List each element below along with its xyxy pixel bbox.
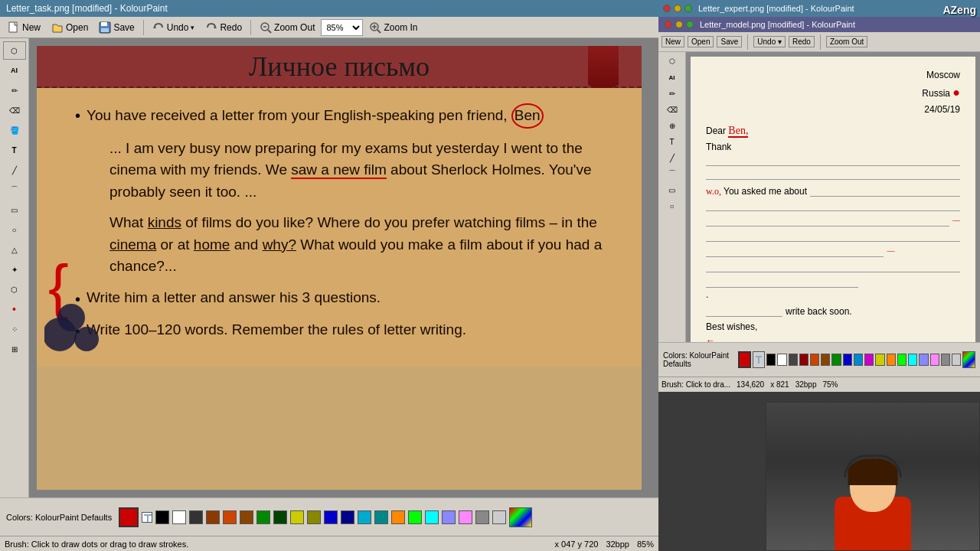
asked-line-block: w.o, You asked me about [706,186,960,197]
line-tool[interactable]: ╱ [3,161,26,179]
undo-button[interactable]: Undo ▾ [148,20,200,35]
light-blue-swatch[interactable] [442,510,456,524]
rainbow-swatch[interactable] [509,507,532,527]
right-pencil-tool[interactable]: ✏ [662,86,683,101]
dark-red-swatch[interactable] [206,510,220,524]
yellow-swatch[interactable] [290,510,304,524]
right-fill-tool[interactable]: ⊕ [662,118,683,133]
canvas-area[interactable]: Личное письмо Moscow, Russia { • You hav… [29,38,658,497]
name-circled: Ben [511,103,544,129]
star-tool[interactable]: ✦ [3,260,26,279]
right-rainbow[interactable] [962,351,975,368]
text-tool[interactable]: T [3,141,26,159]
circle-tool[interactable]: ○ [3,220,26,239]
minimize-dot-top[interactable] [674,5,681,12]
black-swatch[interactable] [155,510,169,524]
right-zoom-out-button[interactable]: Zoom Out [826,36,867,47]
orange-swatch[interactable] [391,510,405,524]
right-redorange[interactable] [810,354,819,366]
right-canvas[interactable]: Moscow Russia ● 24/05/19 Dear Ben, Thank [686,52,980,342]
bookmark [588,46,619,92]
right-cyan[interactable] [854,354,863,366]
right-line-tool[interactable]: ╱ [662,150,683,165]
maximize-dot-right[interactable] [686,21,694,28]
body-line-3 [706,231,960,242]
cyan-swatch[interactable] [358,510,371,524]
right-black[interactable] [766,354,776,366]
ai-tool[interactable]: AI [3,61,26,80]
right-yellow[interactable] [875,354,884,366]
right-new-button[interactable]: New [662,36,684,47]
right-lightgray[interactable] [952,354,961,366]
maximize-dot-top[interactable] [684,5,692,12]
minimize-dot-right[interactable] [675,21,683,28]
right-active-color[interactable] [738,351,751,368]
bright-green-swatch[interactable] [408,510,422,524]
right-orange[interactable] [887,354,896,366]
right-text-tool[interactable]: T [662,134,683,149]
light-gray-swatch[interactable] [492,510,506,524]
gray-swatch[interactable] [475,510,489,524]
right-pink[interactable] [930,354,939,366]
select-tool[interactable]: ⬡ [3,41,26,60]
rect-tool[interactable]: ▭ [3,201,26,219]
dear-text: Dear [706,126,728,136]
close-dot-top[interactable] [663,5,671,12]
right-brown[interactable] [821,354,830,366]
curve-tool[interactable]: ⌒ [3,181,26,199]
close-dot-right[interactable] [665,21,672,28]
active-color-swatch[interactable] [119,507,139,527]
zoom-in-button[interactable]: Zoom In [364,20,422,35]
dark-green-swatch[interactable] [273,510,287,524]
red-orange-swatch[interactable] [223,510,237,524]
right-rect-tool[interactable]: ▭ [662,182,683,197]
bright-cyan-swatch[interactable] [425,510,439,524]
redo-button[interactable]: Redo [201,20,247,35]
address-line-1: Moscow [706,68,960,83]
triangle-tool[interactable]: △ [3,240,26,259]
right-curve-tool[interactable]: ⌒ [662,166,683,181]
right-purple[interactable] [864,354,874,366]
right-open-button[interactable]: Open [688,36,714,47]
polygon-tool[interactable]: ⬡ [3,280,26,298]
right-lightblue[interactable] [919,354,928,366]
right-brightcyan[interactable] [908,354,917,366]
grid-tool[interactable]: ⊞ [3,340,26,358]
fill-tool[interactable]: 🪣 [3,121,26,139]
right-left-toolbar: ⬡ AI ✏ ⌫ ⊕ T ╱ ⌒ ▭ ○ [658,52,686,342]
pencil-tool[interactable]: ✏ [3,81,26,99]
right-select-tool[interactable]: ⬡ [662,54,683,69]
right-undo-button[interactable]: Undo ▾ [753,36,786,47]
teal-swatch[interactable] [374,510,388,524]
right-white[interactable] [777,354,786,366]
zoom-out-button[interactable]: Zoom Out [255,20,319,35]
right-blue[interactable] [843,354,852,366]
dark-blue-swatch[interactable] [341,510,354,524]
zoom-select[interactable]: 85% 100% 75% [321,19,363,36]
right-top-window: Letter_expert.png [modified] - KolourPai… [658,0,980,17]
blue-swatch[interactable] [324,510,338,524]
right-gray[interactable] [789,354,798,366]
olive-swatch[interactable] [307,510,321,524]
dark-gray-swatch[interactable] [189,510,203,524]
pink-swatch[interactable] [459,510,472,524]
brush-tool[interactable]: • [3,300,26,318]
right-darkred[interactable] [799,354,808,366]
spray-tool[interactable]: ⁘ [3,320,26,338]
save-button[interactable]: Save [94,20,139,35]
right-ai-tool[interactable]: AI [662,70,683,85]
white-swatch[interactable] [172,510,186,524]
brown-swatch[interactable] [240,510,253,524]
right-redo-button[interactable]: Redo [789,36,815,47]
right-circle-tool[interactable]: ○ [662,198,683,214]
open-button[interactable]: Open [47,20,93,35]
right-save-button[interactable]: Save [717,36,742,47]
right-green[interactable] [831,354,841,366]
right-midgray[interactable] [941,354,950,366]
right-eraser-tool[interactable]: ⌫ [662,102,683,117]
right-brightgreen[interactable] [897,354,906,366]
eraser-tool[interactable]: ⌫ [3,101,26,119]
palette-label: Colors: KolourPaint Defaults [6,513,112,522]
new-button[interactable]: New [3,20,45,35]
green-swatch[interactable] [256,510,270,524]
